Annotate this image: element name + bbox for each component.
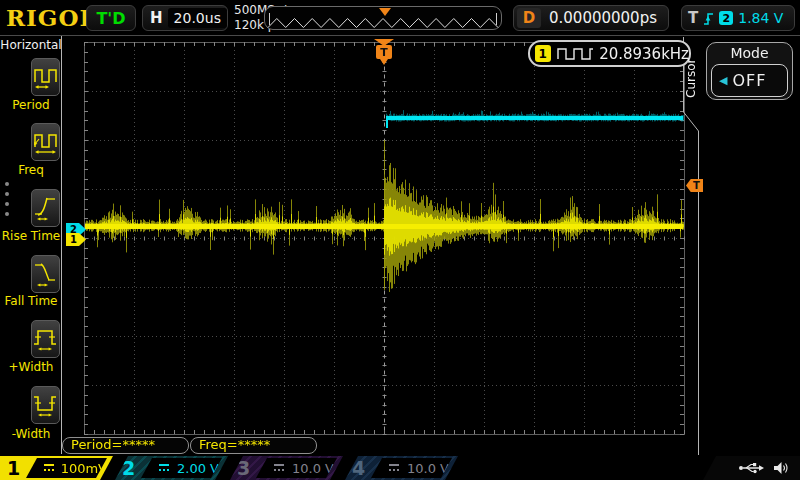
menu-label-freq: Freq bbox=[0, 163, 62, 177]
trigger-status-badge: T'D bbox=[86, 5, 136, 31]
channel-4-badge: 4 10.0 V bbox=[345, 456, 458, 480]
menu-button-neg-width[interactable] bbox=[31, 386, 60, 424]
dc-coupling-icon bbox=[273, 464, 285, 472]
channel-2-scale: 2.00 V bbox=[177, 461, 219, 476]
trigger-status-text: T'D bbox=[96, 9, 125, 28]
channel-1-scale: 100mV bbox=[61, 461, 107, 476]
channel-4-number: 4 bbox=[352, 456, 365, 480]
channel-4-scale-box: 10.0 V bbox=[371, 458, 452, 478]
mode-title: Mode bbox=[707, 45, 792, 61]
trigger-info-box: T 2 1.84 V bbox=[681, 5, 795, 31]
menu-button-period[interactable] bbox=[31, 58, 60, 96]
trigger-source-badge: 2 bbox=[719, 11, 733, 25]
channel-2-number: 2 bbox=[122, 456, 135, 480]
channel-1-badge: 1 100mV bbox=[0, 456, 113, 480]
delay-value: 0.00000000ps bbox=[541, 9, 665, 27]
freq-icon bbox=[33, 128, 59, 156]
dc-coupling-icon bbox=[43, 464, 54, 472]
dc-coupling-icon bbox=[388, 464, 400, 472]
horizontal-label: H bbox=[150, 9, 163, 27]
cursor-tab-label: Cursor bbox=[684, 46, 698, 110]
channel-2-badge: 2 2.00 V bbox=[115, 456, 228, 480]
trigger-label: T bbox=[688, 9, 698, 27]
horizontal-menu: Horizontal Period Freq bbox=[0, 36, 62, 454]
menu-page-dot bbox=[5, 182, 9, 186]
system-tray bbox=[703, 456, 800, 480]
sound-icon bbox=[773, 461, 788, 475]
usb-icon bbox=[738, 461, 764, 475]
dc-coupling-icon bbox=[158, 464, 170, 472]
channel-status-bar: 1 100mV 2 2.00 V 3 10.0 V 4 10.0 V bbox=[0, 455, 800, 480]
cursor-mode-panel: Mode ◀ OFF bbox=[706, 42, 793, 100]
menu-button-pos-width[interactable] bbox=[31, 320, 60, 358]
rise-time-icon bbox=[33, 194, 59, 222]
channel-3-scale: 10.0 V bbox=[292, 461, 334, 476]
pos-width-icon bbox=[33, 325, 59, 353]
menu-button-fall-time[interactable] bbox=[31, 255, 60, 293]
rigol-logo: RIGOL bbox=[6, 4, 97, 31]
menu-title: Horizontal bbox=[0, 38, 62, 52]
status-bar: RIGOL T'D H 20.0us 500MSa/s 120k pts D 0… bbox=[0, 0, 800, 36]
timebase-box: H 20.0us bbox=[142, 5, 228, 31]
trigger-position-marker: T bbox=[371, 39, 397, 66]
trigger-level-value: 1.84 V bbox=[738, 10, 783, 26]
channel-1-number: 1 bbox=[7, 456, 20, 480]
delay-label: D bbox=[517, 8, 541, 28]
channel-1-scale-box: 100mV bbox=[26, 458, 107, 478]
freq-badge-channel: 1 bbox=[535, 45, 551, 62]
menu-label-rise-time: Rise Time bbox=[0, 229, 62, 243]
square-wave-icon bbox=[557, 47, 594, 60]
memory-preview bbox=[264, 6, 502, 30]
menu-label-neg-width: -Width bbox=[0, 427, 62, 441]
freq-readout: Freq=***** bbox=[190, 437, 317, 454]
channel-2-scale-box: 2.00 V bbox=[141, 458, 222, 478]
freq-badge-value: 20.8936kHz bbox=[599, 45, 689, 63]
channel-3-badge: 3 10.0 V bbox=[230, 456, 343, 480]
period-readout: Period=***** bbox=[62, 437, 189, 454]
menu-page-dot bbox=[5, 192, 9, 196]
menu-label-fall-time: Fall Time bbox=[0, 294, 62, 308]
channel-3-scale-box: 10.0 V bbox=[256, 458, 337, 478]
trigger-position-tail-icon bbox=[380, 59, 388, 65]
timebase-value: 20.0us bbox=[168, 8, 227, 28]
menu-page-dot bbox=[5, 212, 9, 216]
waveform-display bbox=[0, 0, 800, 480]
rising-edge-icon bbox=[703, 11, 714, 26]
oscilloscope-screen: RIGOL T'D H 20.0us 500MSa/s 120k pts D 0… bbox=[0, 0, 800, 480]
menu-page-dot bbox=[5, 202, 9, 206]
period-icon bbox=[33, 63, 59, 91]
menu-label-period: Period bbox=[0, 98, 62, 112]
trigger-position-label: T bbox=[376, 45, 392, 59]
delay-box: D 0.00000000ps bbox=[513, 5, 669, 31]
channel-3-number: 3 bbox=[237, 456, 250, 480]
menu-button-freq[interactable] bbox=[31, 123, 60, 161]
frequency-measurement-badge: 1 20.8936kHz bbox=[528, 40, 691, 67]
menu-button-rise-time[interactable] bbox=[31, 189, 60, 227]
cursor-mode-value: OFF bbox=[733, 71, 767, 90]
cursor-mode-button[interactable]: ◀ OFF bbox=[711, 64, 788, 97]
menu-label-pos-width: +Width bbox=[0, 360, 62, 374]
fall-time-icon bbox=[33, 260, 59, 288]
neg-width-icon bbox=[33, 391, 59, 419]
channel-4-scale: 10.0 V bbox=[407, 461, 449, 476]
left-arrow-icon: ◀ bbox=[719, 74, 727, 87]
